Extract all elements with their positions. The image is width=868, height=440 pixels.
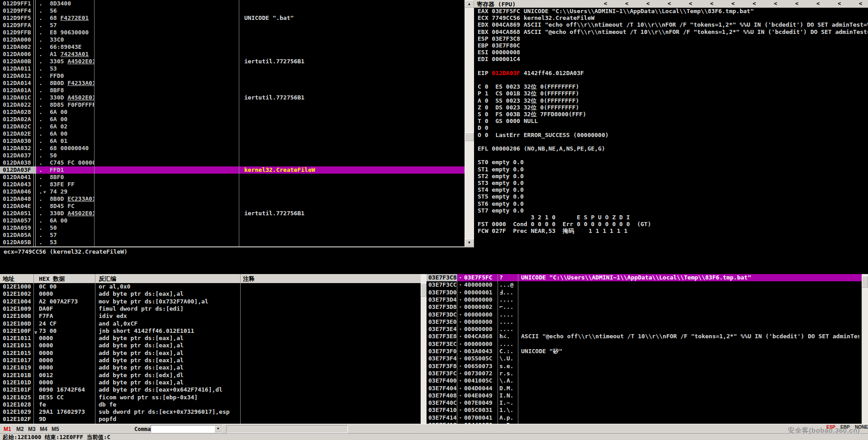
disasm-row[interactable]: 012DA011.53push ebx [0,65,465,72]
register-line[interactable]: S 0 FS 003B 32位 7FFD8000(FFF) [478,111,586,118]
dump-row[interactable]: 012E1028fedb fe [0,401,421,408]
dump-row[interactable]: 012E100D24 CFand al,0xCF [0,320,421,327]
disasm-row[interactable]: 012DA05B.53push ebx [0,239,465,246]
stack-row[interactable]: 03E7F3C8·03E7F5FC?UNICODE "C:\\Users\\AD… [427,274,862,281]
register-line[interactable]: P 1 CS 001B 32位 0(FFFFFFFF) [478,90,579,97]
stack-row[interactable]: 03E7F404·004D0044D.M. [427,385,862,392]
stack-row[interactable]: 03E7F3E0·00000000.... [427,318,862,326]
stack-row[interactable]: 03E7F414·00700041A.p. [427,414,862,421]
disasm-row[interactable]: 012DA012.FFD0call eax [0,72,465,80]
register-line[interactable]: ST2 empty 0.0 [478,173,524,180]
stack-scrollbar[interactable] [862,274,868,424]
memory-tab-m3[interactable]: M3 [28,426,36,432]
scrollbar-thumb[interactable] [421,283,427,297]
register-line[interactable]: ECX 7749CC56 kernel32.CreateFileW [478,14,594,21]
stack-row[interactable]: 03E7F3F4·0055005C\.U. [427,355,862,362]
register-line[interactable]: EBP 03E7F80C [478,42,520,49]
memory-tab-m1[interactable]: M1 [4,426,11,432]
disasm-row[interactable]: 012DA030.6A 01push 0x1 [0,137,465,145]
stack-row[interactable]: 03E7F408·004E0049I.N. [427,392,862,399]
disasm-row[interactable]: 012DA057.6A 00push 0x0 [0,217,465,224]
register-line[interactable]: EDI 000001C4 [478,56,520,62]
dump-row[interactable]: 012E10110000add byte ptr ds:[eax],al [0,335,421,342]
stack-row[interactable]: 03E7F3E8·004CA868h∠.ASCII "@echo off\\r\… [427,333,862,340]
memory-tab-m2[interactable]: M2 [16,426,24,432]
register-line[interactable]: 3 2 1 0 E S P U O Z D I [478,214,630,221]
stack-row[interactable]: 03E7F3F8·00650073s.e. [427,363,862,370]
disasm-row[interactable]: 012DA02C.6A 02push 0x2 [0,123,465,130]
disasm-row[interactable]: 012DA043.83FE FFcmp esi,-0x1 [0,181,465,188]
disasm-row[interactable]: 012DA038.C745 FC 00000000mov [local.1],0… [0,159,465,166]
stack-row[interactable]: 03E7F400·0041005C\.A. [427,377,862,384]
dump-row[interactable]: 012E102929A1 17602973sub dword ptr ds:[e… [0,408,421,416]
register-line[interactable]: EFL 00000206 (NO,NB,NE,A,NS,PE,GE,G) [478,145,605,152]
register-line[interactable]: EBX 004CA868 ASCII "@echo off\\r\\ntimeo… [478,28,868,35]
disasm-row[interactable]: 012DA02E.6A 00push 0x0 [0,130,465,137]
register-line[interactable]: A 0 SS 0023 32位 0(FFFFFFFF) [478,97,579,104]
register-line[interactable]: O 0 LastErr ERROR_SUCCESS (00000000) [478,132,609,138]
stack-row[interactable]: 03E7F40C·007E0049I.~. [427,399,862,407]
disasm-row[interactable]: 012D9FF4.56push esi [0,7,465,14]
disasm-row[interactable]: 012DA00B.3305 A4502E01xor eax,dword ptr … [0,58,465,65]
register-line[interactable]: ST7 empty 0.0 [478,207,524,214]
disasm-row[interactable]: 012D9FF1.8D3400lea esi,dword ptr ds:[eax… [0,0,465,7]
disasm-row[interactable]: 012DA05A.57push edi [0,232,465,239]
register-line[interactable]: C 0 ES 0023 32位 0(FFFFFFFF) [478,83,579,90]
disasm-row[interactable]: 012DA01C.330D A4502E01xor ecx,dword ptr … [0,94,465,101]
dump-scrollbar[interactable] [421,274,427,424]
stack-row[interactable]: 03E7F3EC·00000000.... [427,341,862,348]
memory-tab-m5[interactable]: M5 [52,426,59,432]
memory-tab-m4[interactable]: M4 [40,426,47,432]
dump-row[interactable]: 012E10150000add byte ptr ds:[eax],al [0,350,421,357]
dump-row[interactable]: 012E10020000add byte ptr ds:[eax],al [0,290,421,298]
register-line[interactable]: ST3 empty 0.0 [478,180,524,186]
stack-row[interactable]: 03E7F3FC·00730072r.s. [427,370,862,377]
register-line[interactable]: ST6 empty 0.0 [478,200,524,207]
stack-row[interactable]: 03E7F410·005C00311.\. [427,407,862,414]
dump-row[interactable]: 012E101D0000add byte ptr ds:[eax],al [0,379,421,386]
register-line[interactable]: FST 0000 Cond 0 0 0 0 Err 0 0 0 0 0 0 0 … [478,221,651,227]
command-input[interactable] [152,426,215,433]
dump-row[interactable]: 012E10170000add byte ptr ds:[eax],al [0,357,421,364]
register-line[interactable]: T 0 GS 0000 NULL [478,118,538,124]
register-line[interactable]: FCW 027F Prec NEAR,53 掩码 1 1 1 1 1 1 [478,227,627,234]
dump-row[interactable]: 012E100Fv73 00jnb short 4142ff46.012E101… [0,327,421,335]
dump-row[interactable]: 012E10190000add byte ptr ds:[eax],al [0,364,421,371]
disasm-row[interactable]: 012DA059.50push eax [0,224,465,232]
stack-row[interactable]: 03E7F3D8·00000002⌐... [427,303,862,311]
stack-row[interactable]: 03E7F3D4·00000000.... [427,296,862,303]
register-line[interactable]: EDX 004CA869 ASCII "echo off\\r\\ntimeou… [478,21,868,28]
dump-row[interactable]: 012E1025DE55 CCficom word ptr ss:[ebp-0x… [0,394,421,401]
register-line[interactable]: ST4 empty 0.0 [478,186,524,193]
disasm-row[interactable]: 012D9FFB.E8 90630000call 4142ff46.012E03… [0,29,465,36]
disasm-row[interactable]: 012D9FF5.68 F4272E01push 4142ff46.012E27… [0,14,465,22]
command-dropdown-button[interactable]: ▼ [214,426,222,432]
dump-row[interactable]: 012E10130000add byte ptr ds:[eax],al [0,342,421,349]
disasm-row[interactable]: 012D9FFA.57push edi [0,22,465,29]
disasm-row[interactable]: 012DA028.6A 00push 0x0 [0,109,465,116]
stack-row[interactable]: 03E7F3DC·00000000.... [427,311,862,318]
disasm-row[interactable]: 012DA04E.8D45 FClea eax,[local.1] [0,203,465,210]
disasm-row[interactable]: 012DA022.8D85 F0FDFFFFlea eax,[local.132… [0,101,465,109]
disasm-row[interactable]: 012DA002.66:89043Emov word ptr ds:[esi+e… [0,43,465,51]
disasm-row[interactable]: 012DA006.A1 74243A01mov eax,dword ptr ds… [0,51,465,58]
register-line[interactable]: EIP 012DA03F 4142ff46.012DA03F [478,70,584,76]
disasm-row[interactable]: 012DA03F.FFD1call ecxkernel32.CreateFile… [0,166,465,174]
register-line[interactable]: ST0 empty 0.0 [478,159,524,166]
scroll-down-icon[interactable]: ▼ [465,239,474,246]
dump-row[interactable]: 012E101B0012add byte ptr ds:[edx],dl [0,372,421,379]
disasm-row[interactable]: 012DA048.8B0D EC233A01mov ecx,dword ptr … [0,195,465,203]
disasm-row[interactable]: 012DA051.330D A4502E01xor ecx,dword ptr … [0,210,465,217]
disasm-row[interactable]: 012DA032.68 00000040push 0x40000000 [0,145,465,152]
dump-row[interactable]: 012E101F0090 16742F64add byte ptr ds:[ea… [0,386,421,393]
register-line[interactable]: ST5 empty 0.0 [478,193,524,200]
register-line[interactable]: ESI 00000008 [478,49,520,56]
disasm-row[interactable]: 012DA02A.6A 00push 0x0 [0,116,465,123]
dump-row[interactable]: 012E10000C 00or al,0x0 [0,283,421,290]
scroll-up-icon[interactable]: ▲ [465,0,474,8]
dump-row[interactable]: 012E1009DA0Ffimul dword ptr ds:[edi] [0,305,421,312]
disasm-row[interactable]: 012DA01A.8BF8mov edi,eax [0,87,465,94]
scrollbar-thumb[interactable] [465,132,474,141]
register-line[interactable]: ST1 empty 0.0 [478,166,524,173]
disasm-row[interactable]: 012DA041.8BF0mov esi,eax [0,174,465,181]
